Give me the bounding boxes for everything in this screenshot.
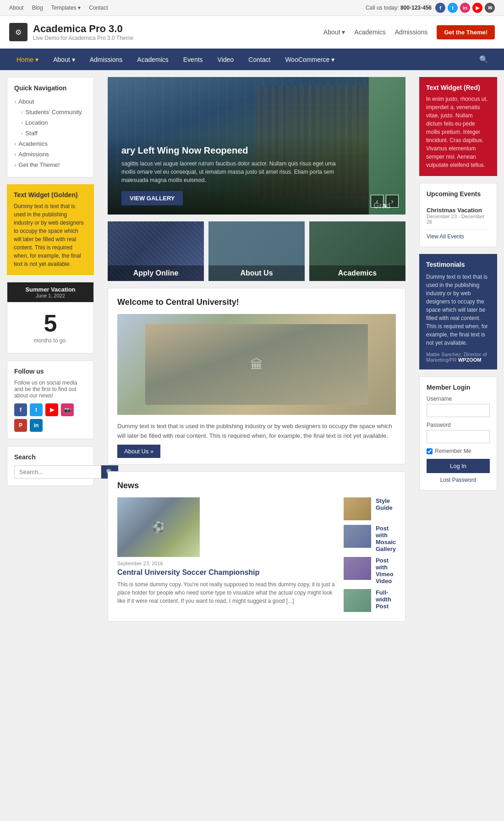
username-input[interactable] xyxy=(427,404,490,417)
list-item[interactable]: Location xyxy=(14,117,87,128)
feature-box-about[interactable]: About Us xyxy=(208,221,305,281)
list-item: Full-width Post xyxy=(344,589,396,612)
page-content: Quick Navigation About Students' Communi… xyxy=(0,70,504,628)
view-all-events-link[interactable]: View All Events xyxy=(427,233,490,240)
about-us-label: About Us xyxy=(208,265,305,281)
feature-box-apply[interactable]: Apply Online xyxy=(108,221,204,281)
event-title: Christmas Vacation xyxy=(427,207,490,214)
quick-nav-widget: Quick Navigation About Students' Communi… xyxy=(7,77,94,177)
news-item-title-3[interactable]: Post with Vimeo Video xyxy=(376,557,396,584)
news-main-excerpt: This is some dummy copy. You're not real… xyxy=(117,580,337,605)
news-title: News xyxy=(117,481,396,490)
list-item: Style Guide xyxy=(344,497,396,520)
top-nav-about[interactable]: About xyxy=(9,5,23,11)
about-us-button[interactable]: About Us » xyxy=(117,445,160,458)
hero-overlay: ary Left Wing Now Reopened sagittis lacu… xyxy=(108,136,405,215)
password-input[interactable] xyxy=(427,430,490,443)
news-main-image: ⚽ xyxy=(117,497,200,557)
quick-nav-about[interactable]: About xyxy=(14,98,87,105)
main-content: ary Left Wing Now Reopened sagittis lacu… xyxy=(101,70,412,628)
search-input[interactable] xyxy=(14,465,101,479)
quick-nav-admissions[interactable]: Admissions xyxy=(14,151,87,158)
news-main-area: ⚽ September 23, 2016 Central University … xyxy=(117,497,396,612)
nav-academics[interactable]: Academics xyxy=(130,50,175,70)
golden-widget-title: Text Widget (Golden) xyxy=(14,191,87,198)
remember-me-label: Remember Me xyxy=(435,448,471,454)
password-label: Password xyxy=(427,422,490,428)
nav-about[interactable]: About ▾ xyxy=(46,50,82,70)
email-icon[interactable]: ✉ xyxy=(485,3,495,13)
follow-youtube-icon[interactable]: ▶ xyxy=(45,403,58,416)
news-item-title-4[interactable]: Full-width Post xyxy=(376,589,396,610)
red-widget-title: Text Widget (Red) xyxy=(426,84,490,91)
list-item[interactable]: Academics xyxy=(14,138,87,149)
remember-me-checkbox[interactable] xyxy=(427,448,433,454)
list-item[interactable]: Staff xyxy=(14,128,87,138)
nav-events[interactable]: Events xyxy=(176,50,210,70)
get-theme-button[interactable]: Get the Theme! xyxy=(437,25,495,39)
nav-search-icon[interactable]: 🔍 xyxy=(473,49,495,70)
slider-next-button[interactable]: › xyxy=(386,195,399,208)
quick-nav-academics[interactable]: Academics xyxy=(14,140,87,147)
welcome-text: Dummy text is text that is used in the p… xyxy=(117,422,396,441)
slider-controls: ‹ › xyxy=(371,195,399,208)
lost-password-link[interactable]: Lost Password xyxy=(427,477,490,483)
news-main-title[interactable]: Central University Soccer Championship xyxy=(117,568,337,577)
red-widget-text: In enim justo, rhoncus ut, imperdiet a, … xyxy=(426,95,490,169)
countdown-header: Summer Vacation June 1, 2022 xyxy=(7,282,93,302)
nav-admissions[interactable]: Admissions xyxy=(82,50,130,70)
follow-pinterest-icon[interactable]: P xyxy=(14,419,27,432)
hero-gallery-button[interactable]: VIEW GALLERY xyxy=(121,191,183,205)
list-item[interactable]: Admissions xyxy=(14,149,87,160)
list-item[interactable]: About xyxy=(14,96,87,107)
quick-nav-title: Quick Navigation xyxy=(14,84,87,92)
facebook-icon[interactable]: f xyxy=(435,3,445,13)
slider-prev-button[interactable]: ‹ xyxy=(371,195,383,208)
hero-description: sagittis lacus vel augue laoreet rutrum … xyxy=(121,160,351,184)
member-login-widget: Member Login Username Password Remember … xyxy=(419,376,497,490)
quick-nav-students[interactable]: Students' Community xyxy=(21,109,87,116)
twitter-icon[interactable]: t xyxy=(448,3,458,13)
social-follow-icons: f t ▶ 📷 P in xyxy=(14,403,87,432)
site-branding: ⚙ Academica Pro 3.0 Live Demo for Academ… xyxy=(9,23,133,41)
password-field: Password xyxy=(427,422,490,443)
follow-twitter-icon[interactable]: t xyxy=(30,403,43,416)
call-number: 800-123-456 xyxy=(400,5,432,11)
nav-contact[interactable]: Contact xyxy=(241,50,278,70)
nav-woocommerce[interactable]: WooCommerce ▾ xyxy=(278,50,342,70)
top-nav-contact[interactable]: Contact xyxy=(89,5,108,11)
quick-nav-staff[interactable]: Staff xyxy=(21,130,87,137)
nav-home[interactable]: Home ▾ xyxy=(9,50,46,70)
top-nav-blog[interactable]: Blog xyxy=(32,5,43,11)
header-nav-academics[interactable]: Academics xyxy=(354,28,385,36)
top-nav-templates[interactable]: Templates ▾ xyxy=(51,5,81,11)
list-item[interactable]: Students' Community xyxy=(14,107,87,117)
username-label: Username xyxy=(427,396,490,402)
instagram-icon[interactable]: in xyxy=(460,3,470,13)
countdown-number: 5 xyxy=(16,311,84,335)
login-button[interactable]: Log In xyxy=(427,459,490,473)
countdown-widget: Summer Vacation June 1, 2022 5 months to… xyxy=(7,282,94,353)
site-subtitle: Live Demo for Academica Pro 3.0 Theme xyxy=(33,35,133,41)
welcome-image: 🏛 xyxy=(117,314,396,415)
nav-video[interactable]: Video xyxy=(210,50,241,70)
header-nav-about[interactable]: About ▾ xyxy=(323,28,345,36)
quick-nav-location[interactable]: Location xyxy=(21,119,87,126)
testimonial-text: Dummy text is text that is used in the p… xyxy=(426,273,490,347)
event-item: Christmas Vacation December 23 - Decembe… xyxy=(427,202,490,230)
header-nav-admissions[interactable]: Admissions xyxy=(395,28,428,36)
news-item-title-2[interactable]: Post with Mosaic Gallery xyxy=(376,525,396,552)
follow-title: Follow us xyxy=(14,368,87,375)
list-item: Post with Vimeo Video xyxy=(344,557,396,584)
youtube-icon[interactable]: ▶ xyxy=(472,3,482,13)
countdown-label: months to go. xyxy=(16,337,84,344)
news-item-title-1[interactable]: Style Guide xyxy=(376,497,396,511)
follow-linkedin-icon[interactable]: in xyxy=(30,419,43,432)
follow-instagram-icon[interactable]: 📷 xyxy=(61,403,74,416)
follow-facebook-icon[interactable]: f xyxy=(14,403,27,416)
apply-online-label: Apply Online xyxy=(108,265,204,281)
news-thumb-1 xyxy=(344,497,371,520)
quick-nav-get-theme[interactable]: Get the Theme! xyxy=(14,161,87,168)
list-item[interactable]: Get the Theme! xyxy=(14,160,87,170)
feature-box-academics[interactable]: Academics xyxy=(309,221,405,281)
